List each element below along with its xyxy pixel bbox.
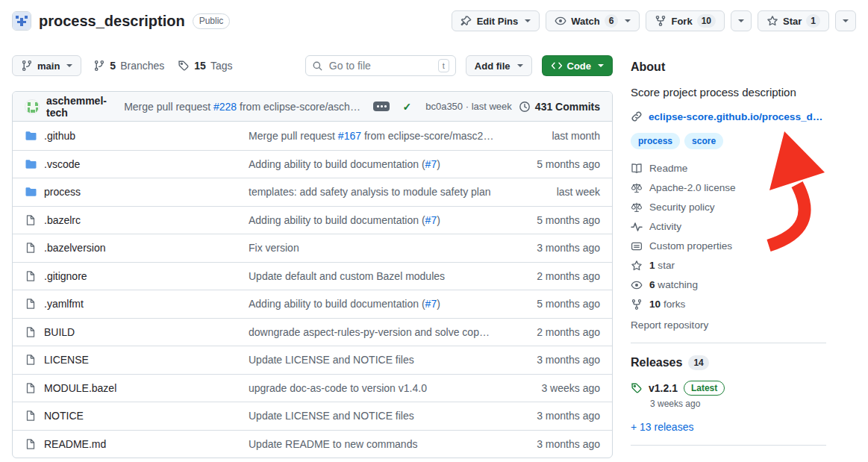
fork-icon	[631, 299, 643, 310]
branch-select-button[interactable]: main	[12, 55, 81, 76]
toolbar: main 5Branches 15Tags	[12, 54, 613, 78]
star-button[interactable]: Star 1	[758, 10, 829, 31]
topic-score[interactable]: score	[684, 133, 723, 149]
about-item-apache-2.0-license[interactable]: Apache-2.0 license	[631, 182, 826, 194]
file-row-process: process templates: add safety analysis t…	[13, 178, 612, 206]
visibility-badge: Public	[193, 13, 231, 29]
fork-button[interactable]: Fork 10	[646, 10, 725, 31]
book-icon	[631, 163, 643, 175]
commit-history-link[interactable]: 431 Commits	[519, 101, 600, 113]
report-repository-link[interactable]: Report repository	[631, 319, 826, 331]
tag-icon	[178, 60, 190, 72]
file-row-NOTICE: NOTICE Update LICENSE and NOTICE files 3…	[13, 402, 612, 430]
file-name-link[interactable]: README.md	[25, 438, 249, 450]
file-icon	[25, 242, 37, 254]
file-row-README.md: README.md Update README to new commands …	[13, 430, 612, 458]
website-link[interactable]: eclipse-score.github.io/process_descr...	[631, 110, 826, 122]
commit-author-avatar[interactable]	[25, 99, 40, 114]
file-name-link[interactable]: .gitignore	[25, 270, 249, 282]
file-commit-date-link[interactable]: 3 weeks ago	[512, 382, 600, 394]
commit-sha-link[interactable]: bc0a350	[425, 101, 463, 112]
about-item-readme[interactable]: Readme	[631, 163, 826, 175]
about-item-watching[interactable]: 6 watching	[631, 279, 826, 291]
file-commit-date-link[interactable]: 3 months ago	[512, 354, 600, 366]
go-to-file-search[interactable]: t	[305, 55, 456, 76]
file-commit-date-link[interactable]: last month	[512, 130, 600, 142]
file-commit-date-link[interactable]: 5 months ago	[512, 214, 600, 226]
about-item-activity[interactable]: Activity	[631, 221, 826, 233]
file-commit-date-link[interactable]: 2 months ago	[512, 270, 600, 282]
go-to-file-input[interactable]	[328, 59, 434, 72]
file-name-link[interactable]: MODULE.bazel	[25, 382, 249, 394]
chevron-down-icon	[525, 19, 531, 22]
file-name-link[interactable]: .github	[25, 130, 249, 142]
fork-dropdown-button[interactable]	[731, 10, 752, 31]
file-commit-message-link[interactable]: Update README to new commands	[249, 438, 512, 450]
commit-description-toggle[interactable]	[373, 102, 390, 111]
more-releases-link[interactable]: + 13 releases	[631, 421, 826, 433]
file-commit-message-link[interactable]: templates: add safety analysis to module…	[249, 186, 512, 198]
file-commit-message-link[interactable]: upgrade doc-as-code to version v1.4.0	[249, 382, 512, 394]
about-item-forks[interactable]: 10 forks	[631, 299, 826, 310]
repo-description: Score project process description	[631, 84, 826, 100]
about-item-custom-properties[interactable]: Custom properties	[631, 240, 826, 252]
file-name-link[interactable]: .yamlfmt	[25, 298, 249, 310]
folder-icon	[25, 186, 37, 198]
watch-button[interactable]: Watch 6	[546, 10, 640, 31]
pr-link[interactable]: #7	[425, 214, 437, 226]
org-avatar[interactable]	[12, 11, 31, 31]
chevron-down-icon	[66, 64, 72, 67]
pr-link[interactable]: #228	[213, 101, 237, 113]
file-commit-date-link[interactable]: 5 months ago	[512, 158, 600, 170]
about-item-security-policy[interactable]: Security policy	[631, 202, 826, 213]
file-name-link[interactable]: .bazelversion	[25, 242, 249, 254]
file-row-.bazelversion: .bazelversion Fix version 3 months ago	[13, 234, 612, 262]
commit-sha-line: bc0a350 · last week	[425, 101, 512, 112]
main-column: main 5Branches 15Tags	[12, 54, 613, 458]
file-commit-date-link[interactable]: last week	[512, 186, 600, 198]
file-commit-message-link[interactable]: Adding ability to build documentation (#…	[249, 298, 512, 310]
repo-page: process_description Public Edit Pins Wat…	[0, 0, 868, 462]
file-commit-message-link[interactable]: Update LICENSE and NOTICE files	[249, 354, 512, 366]
file-commit-message-link[interactable]: Fix version	[249, 242, 512, 254]
file-commit-date-link[interactable]: 3 months ago	[512, 410, 600, 422]
topic-process[interactable]: process	[631, 133, 680, 149]
file-commit-message-link[interactable]: downgrade aspect-rules-py-version and so…	[249, 326, 512, 338]
file-commit-date-link[interactable]: 3 months ago	[512, 242, 600, 254]
pr-link[interactable]: #167	[338, 130, 361, 142]
pr-link[interactable]: #7	[425, 298, 437, 310]
release-version-link[interactable]: v1.2.1	[649, 382, 678, 394]
star-dropdown-button[interactable]	[835, 10, 856, 31]
commit-status-check-icon[interactable]: ✓	[402, 101, 411, 113]
commit-author-link[interactable]: aschemmel-tech	[46, 95, 117, 119]
tags-link[interactable]: 15Tags	[178, 60, 232, 72]
file-name-link[interactable]: .vscode	[25, 158, 249, 170]
file-commit-date-link[interactable]: 5 months ago	[512, 298, 600, 310]
star-count: 1	[806, 14, 820, 28]
file-commit-message-link[interactable]: Merge pull request #167 from eclipse-sco…	[249, 130, 512, 142]
add-file-button[interactable]: Add file	[466, 55, 532, 76]
file-commit-message-link[interactable]: Update LICENSE and NOTICE files	[249, 410, 512, 422]
file-commit-message-link[interactable]: Adding ability to build documentation (#…	[249, 158, 512, 170]
page-title[interactable]: process_description	[39, 13, 185, 30]
commit-message-link[interactable]: Merge pull request #228 from eclipse-sco…	[124, 101, 365, 113]
pr-link[interactable]: #7	[425, 158, 437, 170]
file-row-.bazelrc: .bazelrc Adding ability to build documen…	[13, 206, 612, 234]
file-name-link[interactable]: process	[25, 186, 249, 198]
file-name-link[interactable]: .bazelrc	[25, 214, 249, 226]
file-name-link[interactable]: BUILD	[25, 326, 249, 338]
file-commit-date-link[interactable]: 2 months ago	[512, 326, 600, 338]
eye-icon	[555, 15, 566, 27]
sidebar: About Score project process description …	[631, 54, 826, 458]
code-button[interactable]: Code	[542, 55, 613, 76]
releases-title[interactable]: Releases	[631, 356, 682, 369]
file-commit-message-link[interactable]: Adding ability to build documentation (#…	[249, 214, 512, 226]
edit-pins-button[interactable]: Edit Pins	[452, 10, 540, 31]
file-commit-date-link[interactable]: 3 months ago	[512, 438, 600, 450]
file-name-link[interactable]: NOTICE	[25, 410, 249, 422]
about-item-star[interactable]: 1 star	[631, 260, 826, 272]
file-name-link[interactable]: LICENSE	[25, 354, 249, 366]
watch-count: 6	[605, 14, 619, 28]
file-commit-message-link[interactable]: Update default and custom Bazel modules	[249, 270, 512, 282]
branches-link[interactable]: 5Branches	[93, 60, 164, 72]
